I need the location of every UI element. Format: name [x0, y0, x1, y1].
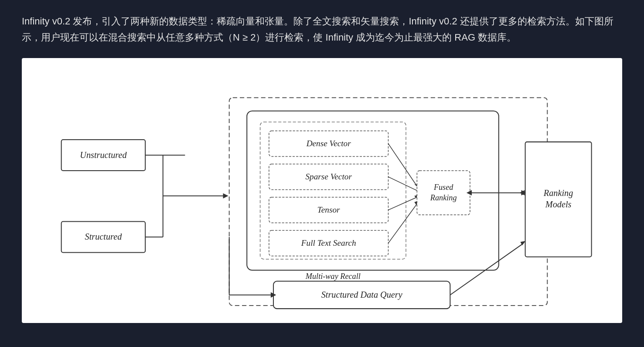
multi-way-recall-label: Multi-way Recall [305, 272, 361, 281]
structured-label: Structured [85, 232, 123, 241]
svg-line-18 [388, 197, 417, 210]
ranking-models-label1: Ranking [543, 188, 573, 198]
diagram-container: Unstructured Structured Multi-way Recall… [22, 58, 622, 323]
svg-line-14 [388, 144, 417, 186]
ranking-models-label2: Models [545, 199, 572, 209]
architecture-diagram: Unstructured Structured Multi-way Recall… [39, 71, 605, 310]
sparse-vector-label: Sparse Vector [305, 172, 352, 181]
svg-rect-22 [417, 171, 470, 215]
structured-data-query-label: Structured Data Query [321, 290, 402, 300]
fused-ranking-label: Fused [433, 182, 453, 191]
svg-line-30 [450, 244, 523, 295]
svg-line-16 [388, 177, 417, 190]
intro-paragraph: Infinity v0.2 发布，引入了两种新的数据类型：稀疏向量和张量。除了全… [22, 13, 615, 46]
dense-vector-label: Dense Vector [306, 139, 351, 148]
svg-line-20 [388, 204, 417, 243]
full-text-search-label: Full Text Search [301, 238, 356, 247]
unstructured-label: Unstructured [80, 150, 127, 159]
tensor-label: Tensor [317, 205, 340, 214]
svg-marker-6 [223, 193, 228, 198]
fused-ranking-label2: Ranking [430, 193, 457, 202]
